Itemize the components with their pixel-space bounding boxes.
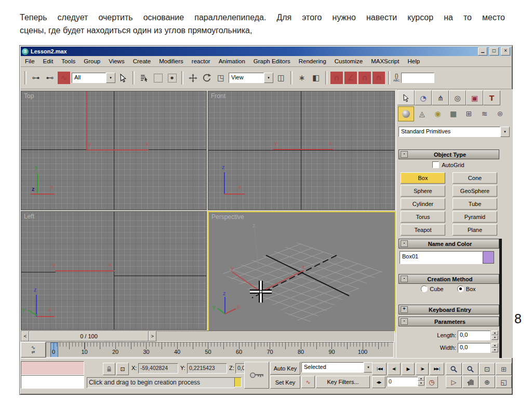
objtype-cylinder-button[interactable]: Cylinder [401,198,445,210]
set-keys-button[interactable] [244,362,269,389]
pan-hand-icon[interactable] [462,376,478,388]
named-selection-sets-icon[interactable]: {} ABC [393,74,400,82]
menu-edit[interactable]: Edit [39,58,58,64]
rollout-creation-method[interactable]: - Creation Method [398,274,499,284]
next-frame-arrow[interactable]: > [149,331,156,341]
menu-modifiers[interactable]: Modifiers [155,58,188,64]
rollout-object-type[interactable]: - Object Type [398,149,499,159]
category-spacewarps[interactable]: ≋ [477,106,492,120]
creation-method-box[interactable]: Box [457,285,476,292]
close-button[interactable]: × [501,47,510,56]
go-to-start-icon[interactable]: ∣◀◀ [372,363,387,375]
viewport-perspective-label[interactable]: Perspective [211,213,244,221]
y-coord-field[interactable]: 0,2215423 [187,363,227,374]
viewport-left-label[interactable]: Left [24,213,34,220]
spinner-snap-icon[interactable]: ∩ [373,72,385,84]
category-helpers[interactable]: ⊞ [461,106,476,120]
category-shapes[interactable]: ◬ [415,106,430,120]
tab-modify[interactable]: ◔ [415,90,432,105]
objtype-cone-button[interactable]: Cone [453,172,497,184]
menu-graph-editors[interactable]: Graph Editors [249,58,295,64]
selection-lock-icon[interactable] [103,363,115,375]
viewport-top[interactable]: Top y x y x z [21,91,207,210]
collapse-icon[interactable]: - [401,151,408,158]
menu-maxscript[interactable]: MAXScript [367,58,403,64]
spinner-arrow-icon[interactable]: ▲ [491,343,498,348]
category-geometry[interactable] [398,106,414,121]
viewport-left[interactable]: Left y x z y x [21,211,207,330]
unlink-selection-icon[interactable]: ⊷ [44,72,56,84]
rectangular-selection-icon[interactable] [152,72,164,84]
menu-help[interactable]: Help [403,58,424,64]
viewport-front-label[interactable]: Front [211,92,225,100]
angle-snap-icon[interactable]: ∠ [344,72,357,84]
chevron-down-icon[interactable]: ▼ [500,127,510,137]
expand-icon[interactable]: + [401,306,408,313]
field-of-view-icon[interactable]: ▷ [446,376,462,388]
key-filter-dropdown[interactable]: Selected ▼ [301,362,373,373]
menu-customize[interactable]: Customize [330,58,367,64]
select-object-icon[interactable] [117,72,129,84]
mini-curve-editor-button[interactable]: ∿ ⇄ [21,342,46,358]
named-selection-field[interactable] [401,73,434,83]
reference-coordinate-dropdown[interactable]: View ▼ [229,73,273,83]
manipulate-icon[interactable]: ∗ [296,72,308,84]
select-rotate-icon[interactable] [201,72,213,84]
objtype-torus-button[interactable]: Torus [401,211,445,223]
frame-spinner[interactable]: ▲ ▼ [418,376,424,386]
tab-utilities[interactable]: T [483,90,500,105]
menu-rendering[interactable]: Rendering [295,58,330,64]
panel-scrollbar[interactable] [499,239,502,358]
spinner-arrow-icon[interactable]: ▼ [491,335,498,340]
param-spinner[interactable]: ▲▼ [491,331,498,340]
prompt-icon[interactable] [234,377,242,387]
min-max-toggle-icon[interactable]: ◱ [496,376,512,388]
menu-create[interactable]: Create [129,58,155,64]
creation-method-cube[interactable]: Cube [421,285,443,292]
select-and-link-icon[interactable]: ⊶ [30,72,42,84]
select-scale-icon[interactable]: ◳ [215,72,227,84]
radio-icon[interactable] [457,285,464,292]
window-crossing-icon[interactable]: ● [166,72,178,84]
tab-hierarchy[interactable]: ⋔ [432,90,449,105]
menu-tools[interactable]: Tools [57,58,79,64]
bind-to-spacewarp-icon[interactable]: ∿ [58,72,70,84]
chevron-down-icon[interactable]: ▼ [106,73,115,83]
arc-rotate-icon[interactable]: ⊕ [479,376,495,388]
tab-display[interactable]: ▣ [466,90,483,105]
menu-file[interactable]: File [21,58,39,64]
previous-frame-icon[interactable]: ◀∣ [388,363,401,375]
menu-group[interactable]: Group [79,58,104,64]
objtype-teapot-button[interactable]: Teapot [401,224,445,236]
rollout-parameters[interactable]: - Parameters [398,317,499,326]
spinner-arrow-icon[interactable]: ▲ [491,331,498,335]
category-cameras[interactable]: ▦ [446,106,461,120]
collapse-icon[interactable]: - [401,240,408,247]
zoom-extents-all-icon[interactable]: ⊞ [496,363,512,375]
objtype-sphere-button[interactable]: Sphere [401,185,445,197]
spinner-arrow-icon[interactable]: ▼ [491,348,498,352]
param-field[interactable]: 0,0 [458,331,490,340]
tab-create[interactable] [397,90,415,105]
time-slider-handle[interactable]: 0 / 100 [29,331,149,341]
x-coord-field[interactable]: -59,402824 [138,363,178,374]
category-lights[interactable]: ◉ [430,106,445,120]
default-in-out-tangents-icon[interactable]: ∿ [301,376,315,388]
spin-up-icon[interactable]: ▲ [418,376,424,381]
object-color-swatch[interactable] [483,251,494,264]
objtype-geosphere-button[interactable]: GeoSphere [453,185,497,197]
chevron-down-icon[interactable]: ▼ [264,73,273,83]
use-center-icon[interactable]: ◫ [275,72,287,84]
objtype-tube-button[interactable]: Tube [453,198,497,210]
set-key-button[interactable]: Set Key [270,376,300,389]
timeline-ruler[interactable]: 0102030405060708090100 [46,342,394,358]
select-move-icon[interactable] [187,72,199,84]
key-filters-button[interactable]: Key Filters... [316,376,370,388]
objtype-pyramid-button[interactable]: Pyramid [453,211,497,223]
primitives-dropdown[interactable]: Standard Primitives ▼ [398,127,510,137]
object-name-field[interactable]: Box01 [400,251,483,264]
restore-button[interactable]: □ [489,47,499,56]
rollout-keyboard-entry[interactable]: + Keyboard Entry [398,305,499,314]
zoom-extents-icon[interactable]: ⊡ [479,363,495,375]
snap-toggle-icon[interactable]: ∩ [330,72,343,84]
